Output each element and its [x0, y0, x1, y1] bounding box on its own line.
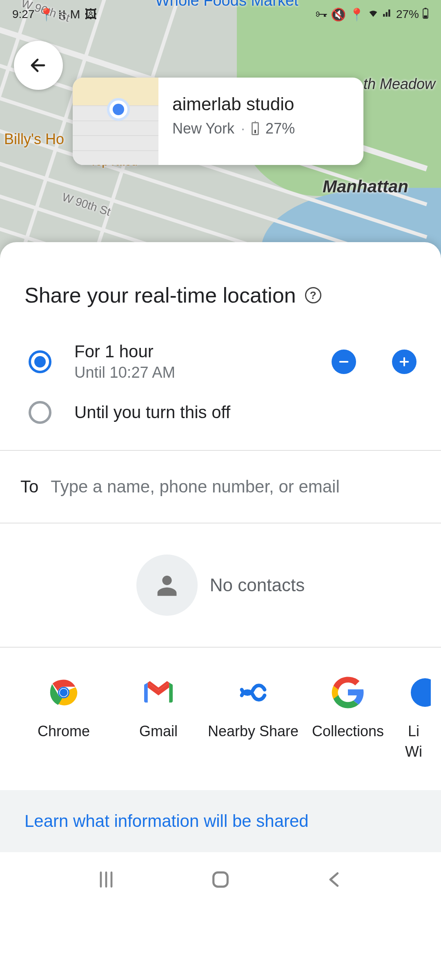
option-1hour-primary: For 1 hour — [74, 342, 332, 361]
no-contacts-row: No contacts — [0, 523, 441, 647]
radio-unselected-icon — [29, 401, 51, 424]
svg-rect-2 — [424, 15, 427, 18]
location-card[interactable]: aimerlab studio New York · 27% — [73, 78, 363, 165]
location-subtitle: New York · 27% — [172, 120, 351, 137]
help-icon[interactable]: ? — [305, 287, 321, 303]
status-gps-icon: 📍 — [349, 7, 364, 22]
minus-icon — [337, 355, 350, 368]
no-contacts-text: No contacts — [210, 575, 305, 595]
share-targets-row[interactable]: Chrome Gmail — [0, 648, 441, 790]
radio-selected-icon — [29, 350, 51, 373]
status-time: 9:27 — [12, 8, 35, 21]
system-nav-bar — [0, 852, 441, 909]
learn-more-link[interactable]: Learn what information will be shared — [0, 790, 441, 852]
svg-point-7 — [411, 678, 431, 707]
chrome-icon — [47, 675, 81, 710]
status-battery-icon — [422, 7, 429, 22]
status-location-icon: 📍 — [39, 7, 54, 22]
google-collections-icon — [331, 675, 365, 710]
nearby-share-icon — [236, 675, 270, 710]
decrease-duration-button[interactable] — [332, 350, 356, 374]
status-photos-icon: 🖼 — [85, 7, 97, 21]
partial-app-icon — [396, 675, 431, 710]
back-button[interactable] — [14, 41, 63, 90]
nav-recents-button[interactable] — [96, 869, 117, 892]
share-target-gmail[interactable]: Gmail — [111, 675, 206, 762]
share-target-nearby[interactable]: Nearby Share — [206, 675, 301, 762]
share-target-chrome[interactable]: Chrome — [16, 675, 111, 762]
screen-root: Whole Foods Market W 96th St W 90th St B… — [0, 0, 441, 980]
person-pin-icon — [107, 98, 130, 121]
duration-option-until-off[interactable]: Until you turn this off — [29, 391, 416, 434]
arrow-left-icon — [29, 56, 48, 75]
person-placeholder-icon — [136, 555, 198, 616]
recipient-input[interactable] — [51, 477, 421, 497]
option-until-off-primary: Until you turn this off — [74, 403, 416, 422]
share-location-sheet: Share your real-time location ? For 1 ho… — [0, 242, 441, 980]
duration-option-1hour[interactable]: For 1 hour Until 10:27 AM — [29, 332, 416, 391]
svg-rect-8 — [214, 872, 228, 886]
location-thumbnail — [73, 78, 158, 165]
status-mute-icon: 🔇 — [331, 7, 346, 22]
battery-icon — [252, 122, 259, 135]
status-fitness-icon: ⁞⁞ — [58, 7, 66, 22]
share-target-partial[interactable]: LiWi — [395, 675, 432, 762]
to-label: To — [20, 477, 38, 497]
increase-duration-button[interactable] — [392, 350, 416, 374]
location-title: aimerlab studio — [172, 94, 351, 114]
plus-icon — [398, 355, 411, 368]
gmail-icon — [141, 675, 176, 710]
share-target-collections[interactable]: Collections — [301, 675, 395, 762]
status-gmail-icon: M — [70, 7, 80, 21]
sheet-title: Share your real-time location — [24, 283, 296, 307]
nav-back-button[interactable] — [324, 869, 345, 892]
option-1hour-secondary: Until 10:27 AM — [74, 364, 332, 381]
svg-rect-1 — [425, 8, 427, 9]
status-vpn-icon: 🗝 — [315, 7, 327, 21]
status-battery-percent: 27% — [396, 8, 419, 21]
status-signal-icon — [382, 7, 393, 21]
svg-point-6 — [60, 688, 67, 696]
nav-home-button[interactable] — [210, 869, 231, 892]
recipient-row: To — [0, 451, 441, 523]
status-bar: 9:27 📍 ⁞⁞ M 🖼 🗝 🔇 📍 27% — [0, 0, 441, 29]
status-wifi-icon — [368, 7, 379, 22]
